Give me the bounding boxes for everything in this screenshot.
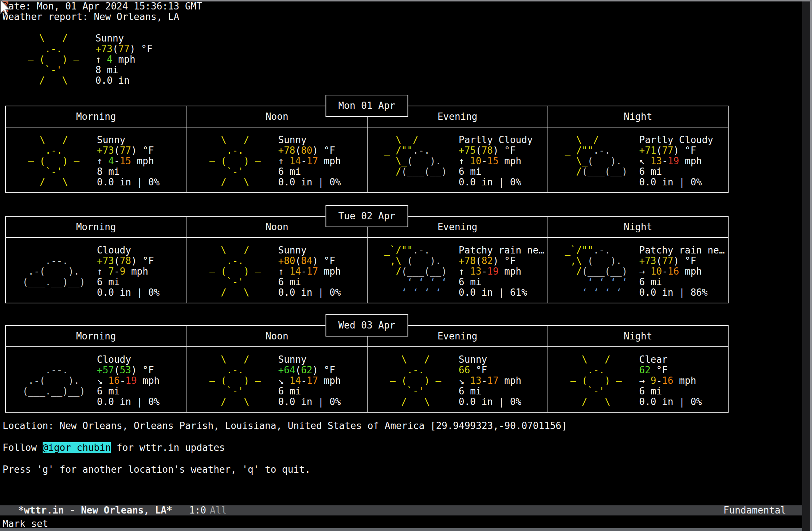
weather-icon-line: \ / bbox=[559, 135, 628, 145]
text-segment: \ / bbox=[559, 134, 599, 145]
twitter-handle[interactable]: @igor_chubin bbox=[43, 442, 111, 453]
wind-text: ↑ 13-19 mph bbox=[459, 266, 544, 277]
visibility-text: 6 mi bbox=[278, 277, 341, 287]
weather-icon-partly_cloudy: \ / _ /"".-. \_( ). /(___(__) bbox=[378, 135, 447, 188]
wind-unit: mph bbox=[318, 375, 341, 386]
emacs-modeline[interactable]: *wttr.in - New Orleans, LA* 1:0 All Fund… bbox=[0, 505, 802, 516]
text-segment: `-' bbox=[198, 276, 244, 287]
temperature-unit: °F bbox=[499, 255, 516, 266]
precip-text: 0.0 in | 0% bbox=[278, 177, 341, 188]
weather-icon-line bbox=[17, 397, 85, 407]
text-segment: / \ bbox=[559, 396, 611, 407]
temperature-value: +78 bbox=[459, 255, 476, 266]
text-segment: .-. bbox=[198, 145, 244, 156]
text-segment: \ / bbox=[16, 33, 68, 44]
visibility-text: 6 mi bbox=[639, 386, 702, 397]
weather-icon-line: / \ bbox=[559, 397, 622, 407]
feels-like-value: 77 bbox=[662, 255, 673, 266]
precip-text: 0.0 in | 61% bbox=[459, 287, 544, 298]
temperature-text: +78(80) °F bbox=[278, 145, 341, 156]
scrollbar-track[interactable] bbox=[802, 1, 810, 531]
text-segment: \ / bbox=[17, 134, 68, 145]
feels-like-value: 78 bbox=[120, 255, 131, 266]
weather-icon-line: ― ( ) ― bbox=[17, 156, 79, 166]
wind-text: ↑ 4 mph bbox=[95, 54, 153, 65]
weather-icon-line: \_( ). bbox=[559, 156, 628, 166]
modeline-major-mode[interactable]: Fundamental bbox=[723, 505, 786, 515]
wind-direction-arrow-icon: ↘ bbox=[97, 375, 108, 386]
weather-icon-line: `-' bbox=[198, 166, 261, 177]
text-segment: _`/"" bbox=[559, 245, 593, 256]
text-segment: - bbox=[114, 266, 120, 277]
text-segment: .-. bbox=[413, 145, 430, 156]
weather-icon-line: .-. bbox=[198, 256, 261, 266]
weather-icon-line: .-. bbox=[378, 365, 441, 375]
feels-like-value: 77 bbox=[120, 145, 131, 156]
text-segment: ― ( ) ― bbox=[17, 156, 79, 166]
weather-icon-line: ,\_( ). bbox=[559, 256, 628, 266]
wind-speed-high: 17 bbox=[307, 156, 318, 166]
text-segment: ) bbox=[131, 145, 137, 156]
weather-icon-partly_cloudy: \ / _ /"".-. \_( ). /(___(__) bbox=[559, 135, 628, 188]
weather-icon-line: _`/"".-. bbox=[378, 245, 447, 256]
weather-icon-line: \ / bbox=[378, 354, 441, 365]
weather-icon-line: ‘ ‘ ‘ ‘ bbox=[559, 277, 628, 287]
text-segment: / bbox=[378, 266, 401, 277]
text-segment: / bbox=[559, 266, 582, 277]
weather-icon-sunny: \ / .-. ― ( ) ― `-' / \ bbox=[198, 135, 261, 188]
wind-speed-high: 19 bbox=[125, 375, 137, 386]
precip-text: 0.0 in | 0% bbox=[97, 177, 160, 188]
wind-speed-high: 17 bbox=[307, 266, 318, 277]
weather-icon-line: .-. bbox=[198, 365, 261, 375]
temperature-unit: °F bbox=[136, 43, 153, 54]
wind-text: ↘ 16-19 mph bbox=[97, 375, 160, 386]
text-segment: ) bbox=[131, 255, 137, 266]
wind-speed-high: 9 bbox=[120, 266, 126, 277]
wind-direction-arrow-icon: ↑ bbox=[278, 156, 290, 166]
period-header: Morning bbox=[6, 217, 187, 237]
text-segment: .-. bbox=[593, 145, 610, 156]
visibility-text: 6 mi bbox=[459, 166, 533, 177]
text-segment: - bbox=[120, 375, 126, 386]
follow-suffix: for wttr.in updates bbox=[111, 442, 225, 453]
weather-icon-line: ― ( ) ― bbox=[198, 375, 261, 386]
text-segment: ) bbox=[673, 145, 679, 156]
wind-speed-low: 13 bbox=[470, 266, 481, 277]
forecast-text-column: Patchy rain ne…+78(82) °F↑ 13-19 mph6 mi… bbox=[459, 245, 544, 298]
text-segment: ( bbox=[295, 365, 301, 375]
period-header-label: Night bbox=[624, 222, 652, 232]
forecast-cell: _`/"".-. ,\_( ). /(___(__) ‘ ‘ ‘ ‘ ‘ ‘ ‘… bbox=[548, 238, 728, 303]
date-label: Mon 01 Apr bbox=[338, 101, 396, 111]
weather-icon-line: \_( ). bbox=[378, 156, 447, 166]
wind-direction-arrow-icon: ↑ bbox=[97, 266, 108, 277]
forecast-cell: .--. .-( ). (___.__)__)Cloudy+57(53) °F↘… bbox=[6, 347, 187, 412]
modeline-buffer-name[interactable]: *wttr.in - New Orleans, LA* bbox=[18, 505, 172, 515]
wind-text: ↖ 13-19 mph bbox=[639, 156, 714, 166]
text-segment: ― ( ) ― bbox=[198, 266, 261, 277]
period-header-label: Evening bbox=[438, 222, 478, 232]
forecast-text-column: Sunny+73(77) °F↑ 4 mph8 mi0.0 in bbox=[95, 33, 153, 86]
weather-icon-line: \ / bbox=[378, 135, 447, 145]
weather-icon-line: / \ bbox=[378, 397, 441, 407]
feels-like-value: 62 bbox=[301, 365, 312, 375]
text-segment: .-. bbox=[198, 255, 244, 266]
visibility-text: 6 mi bbox=[459, 386, 521, 397]
forecast-body-row: .--. .-( ). (___.__)__)Cloudy+73(78) °F↑… bbox=[6, 238, 728, 303]
date-box: Mon 01 Apr bbox=[326, 95, 408, 117]
temperature-value: +71 bbox=[639, 145, 656, 156]
wind-text: → 10-16 mph bbox=[639, 266, 725, 277]
period-header: Morning bbox=[6, 106, 187, 127]
text-segment: ( bbox=[114, 255, 120, 266]
text-segment: - bbox=[114, 156, 120, 166]
visibility-text: 6 mi bbox=[278, 386, 341, 397]
weather-icon-line: /(___(__) bbox=[378, 266, 447, 277]
wind-direction-arrow-icon: ↑ bbox=[459, 266, 470, 277]
emacs-buffer[interactable]: Date: Mon, 01 Apr 2024 15:36:13 GMT Weat… bbox=[0, 0, 802, 505]
wind-speed-low: 10 bbox=[470, 156, 481, 166]
date-line: Date: Mon, 01 Apr 2024 15:36:13 GMT bbox=[3, 1, 202, 12]
text-segment: - bbox=[482, 156, 487, 166]
text-segment: / \ bbox=[198, 177, 250, 188]
follow-line: Follow @igor_chubin for wttr.in updates bbox=[3, 442, 225, 453]
text-segment: - bbox=[482, 375, 487, 386]
text-segment: ,\_ bbox=[559, 255, 588, 266]
